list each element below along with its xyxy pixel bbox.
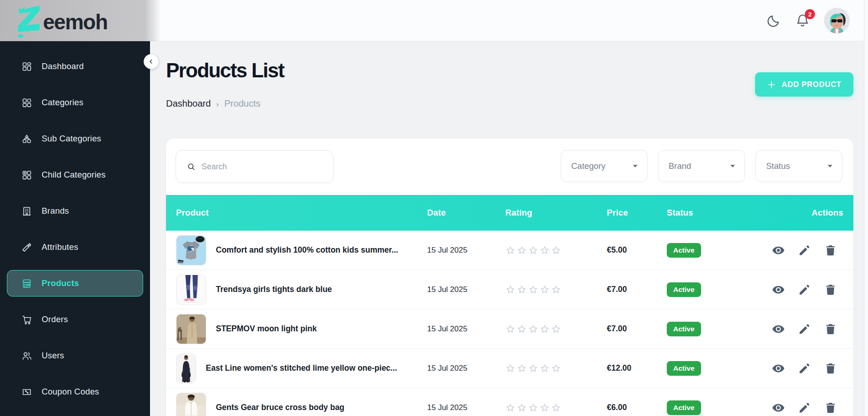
coupons-icon	[21, 387, 32, 397]
products-card: Category Brand Status Product Date Ratin…	[166, 139, 853, 416]
column-product: Product	[176, 208, 427, 218]
sidebar-item-brands[interactable]: Brands	[7, 198, 143, 224]
delete-button[interactable]	[824, 401, 837, 415]
star-empty-icon[interactable]	[505, 403, 515, 413]
star-empty-icon[interactable]	[517, 245, 527, 255]
filter-dropdown-category[interactable]: Category	[561, 150, 648, 182]
main-content: Products List Dashboard › Products ADD P…	[150, 41, 860, 416]
star-empty-icon[interactable]	[551, 245, 561, 255]
sidebar-item-sub-categories[interactable]: Sub Categories	[7, 125, 143, 152]
cell-product: Comfort and stylish 100% cotton kids sum…	[176, 235, 427, 265]
product-thumbnail[interactable]	[176, 275, 206, 305]
star-empty-icon[interactable]	[517, 324, 527, 334]
brand-logo[interactable]: eemoh	[0, 0, 161, 41]
status-badge: Active	[667, 400, 701, 415]
edit-button[interactable]	[798, 401, 811, 415]
view-button[interactable]	[772, 322, 785, 336]
notifications-button[interactable]: 2	[795, 13, 810, 28]
search-box[interactable]	[176, 150, 333, 183]
scrollbar-track[interactable]	[864, 0, 868, 416]
dark-mode-toggle[interactable]	[766, 13, 781, 28]
delete-button[interactable]	[824, 243, 837, 257]
star-empty-icon[interactable]	[540, 285, 550, 295]
sidebar-item-attributes[interactable]: Attributes	[7, 234, 143, 260]
delete-button[interactable]	[824, 283, 837, 297]
rating-stars[interactable]	[505, 324, 607, 334]
breadcrumb-dashboard[interactable]: Dashboard	[166, 98, 211, 109]
rating-stars[interactable]	[505, 363, 607, 373]
edit-button[interactable]	[798, 283, 811, 297]
star-empty-icon[interactable]	[528, 245, 538, 255]
star-empty-icon[interactable]	[505, 363, 515, 373]
star-empty-icon[interactable]	[505, 285, 515, 295]
cell-date: 15 Jul 2025	[427, 403, 505, 412]
table-body: Comfort and stylish 100% cotton kids sum…	[166, 231, 853, 416]
cell-price: €6.00	[607, 403, 667, 412]
search-input[interactable]	[202, 162, 325, 172]
view-button[interactable]	[772, 243, 785, 257]
rating-stars[interactable]	[505, 403, 607, 413]
sidebar-item-orders[interactable]: Orders	[7, 306, 143, 333]
star-empty-icon[interactable]	[551, 285, 561, 295]
edit-button[interactable]	[798, 362, 811, 375]
star-empty-icon[interactable]	[540, 245, 550, 255]
delete-button[interactable]	[824, 362, 837, 375]
sidebar-item-label: Brands	[42, 206, 69, 216]
star-empty-icon[interactable]	[505, 324, 515, 334]
cell-status: Active	[667, 322, 765, 336]
breadcrumb-separator-icon: ›	[216, 99, 219, 109]
delete-button[interactable]	[824, 322, 837, 336]
view-button[interactable]	[772, 401, 785, 415]
filter-bar: Category Brand Status	[166, 139, 853, 195]
sidebar-item-products[interactable]: Products	[7, 270, 143, 297]
product-thumbnail[interactable]	[176, 353, 196, 384]
filter-dropdowns: Category Brand Status	[561, 150, 842, 182]
sidebar-item-label: Users	[42, 351, 64, 361]
sidebar-item-dashboard[interactable]: Dashboard	[7, 53, 143, 80]
star-empty-icon[interactable]	[505, 245, 515, 255]
view-button[interactable]	[772, 362, 785, 375]
star-empty-icon[interactable]	[551, 363, 561, 373]
cell-price: €7.00	[607, 324, 667, 334]
user-avatar[interactable]	[824, 8, 850, 33]
star-empty-icon[interactable]	[528, 363, 538, 373]
eye-icon	[772, 322, 785, 336]
star-empty-icon[interactable]	[517, 363, 527, 373]
trash-icon	[824, 362, 837, 375]
sidebar-item-label: Attributes	[42, 242, 78, 252]
star-empty-icon[interactable]	[540, 363, 550, 373]
edit-button[interactable]	[798, 322, 811, 336]
product-name: Gents Gear bruce cross body bag	[216, 403, 344, 412]
star-empty-icon[interactable]	[528, 403, 538, 413]
sidebar-item-child-categories[interactable]: Child Categories	[7, 162, 143, 188]
filter-dropdown-status[interactable]: Status	[755, 150, 842, 182]
star-empty-icon[interactable]	[528, 324, 538, 334]
product-name: STEPMOV moon light pink	[216, 324, 317, 334]
breadcrumb-products: Products	[225, 98, 261, 109]
sidebar-item-coupon-codes[interactable]: Coupon Codes	[7, 378, 143, 405]
star-empty-icon[interactable]	[551, 403, 561, 413]
star-empty-icon[interactable]	[551, 324, 561, 334]
attributes-icon	[21, 242, 32, 253]
product-thumbnail[interactable]	[176, 235, 206, 265]
sidebar-collapse-button[interactable]	[144, 54, 159, 69]
sidebar-item-users[interactable]: Users	[7, 342, 143, 369]
filter-dropdown-brand[interactable]: Brand	[658, 150, 745, 182]
status-badge: Active	[667, 282, 701, 297]
edit-button[interactable]	[798, 243, 811, 257]
trash-icon	[824, 322, 837, 336]
rating-stars[interactable]	[505, 285, 607, 295]
star-empty-icon[interactable]	[517, 403, 527, 413]
star-empty-icon[interactable]	[517, 285, 527, 295]
star-empty-icon[interactable]	[540, 324, 550, 334]
star-empty-icon[interactable]	[528, 285, 538, 295]
rating-stars[interactable]	[505, 245, 607, 255]
sidebar-item-categories[interactable]: Categories	[7, 89, 143, 116]
product-name: Trendsya girls tights dark blue	[216, 285, 332, 294]
sidebar-item-label: Sub Categories	[42, 134, 101, 144]
star-empty-icon[interactable]	[540, 403, 550, 413]
view-button[interactable]	[772, 283, 785, 297]
product-thumbnail[interactable]	[176, 314, 206, 344]
product-thumbnail[interactable]	[176, 393, 206, 416]
add-product-button[interactable]: ADD PRODUCT	[755, 72, 853, 97]
